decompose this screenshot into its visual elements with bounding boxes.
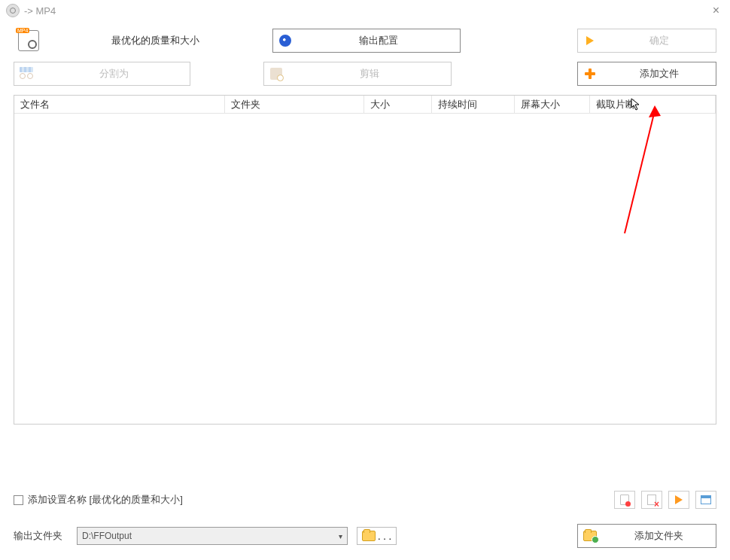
col-clip[interactable]: 截取片断 [590,96,716,114]
title-bar: -> MP4 × [0,0,730,21]
arrow-right-icon [586,36,594,45]
document-minus-icon [620,495,629,505]
play-icon [675,495,683,504]
play-button[interactable] [668,491,689,509]
file-table: 文件名 文件夹 大小 持续时间 屏幕大小 截取片断 [14,95,716,425]
folder-add-icon [583,531,597,541]
output-config-button[interactable]: 输出配置 [272,29,461,53]
close-button[interactable]: × [708,4,724,17]
remove-doc-button[interactable] [641,491,662,509]
output-folder-select[interactable]: D:\FFOutput ▾ [77,527,348,545]
folder-icon [362,531,376,541]
cursor-icon [631,98,641,111]
col-screen-size[interactable]: 屏幕大小 [515,96,590,114]
col-filename[interactable]: 文件名 [14,96,225,114]
split-button: 分割为 [14,62,190,86]
document-x-icon [647,495,656,505]
ok-button[interactable]: 确定 [577,29,716,53]
col-duration[interactable]: 持续时间 [432,96,515,114]
small-buttons [614,491,716,509]
app-icon [6,4,20,17]
table-header: 文件名 文件夹 大小 持续时间 屏幕大小 截取片断 [14,96,716,114]
add-file-button[interactable]: 添加文件 [577,62,716,86]
quality-block: 最优化的质量和大小 [14,30,262,51]
table-body[interactable] [14,114,716,424]
gear-icon [279,35,291,47]
chevron-down-icon: ▾ [339,532,342,540]
add-settings-checkbox[interactable]: 添加设置名称 [最优化的质量和大小] [14,493,183,507]
plus-icon [585,68,595,79]
add-folder-button[interactable]: 添加文件夹 [577,524,716,548]
scissors-icon [20,68,33,79]
window-icon [701,495,711,504]
browse-button[interactable]: . . . [357,527,397,545]
output-folder-label: 输出文件夹 [14,529,68,543]
quality-label: 最优化的质量和大小 [48,34,262,47]
filmstrip-icon [270,68,282,80]
checkbox-icon [14,495,23,505]
mp4-file-icon [18,30,39,51]
col-size[interactable]: 大小 [364,96,432,114]
col-folder[interactable]: 文件夹 [225,96,364,114]
window-title: -> MP4 [24,5,56,17]
bottom-panel: 添加设置名称 [最优化的质量和大小] 输出文件夹 D:\FFOutput ▾ .… [14,491,716,548]
window-button[interactable] [695,491,716,509]
edit-button: 剪辑 [263,62,452,86]
new-doc-button[interactable] [614,491,635,509]
toolbar: 最优化的质量和大小 输出配置 确定 分割为 剪辑 添加文件 [0,21,730,90]
